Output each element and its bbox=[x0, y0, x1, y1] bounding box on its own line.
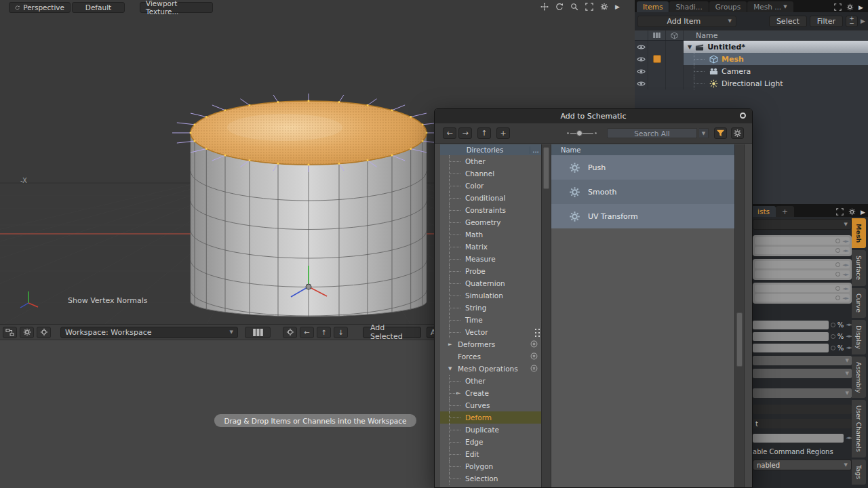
render-cell[interactable] bbox=[648, 41, 666, 53]
directory-math[interactable]: Math bbox=[440, 228, 541, 241]
collapse-arrow-icon[interactable]: ▼ bbox=[448, 366, 452, 371]
dialog-titlebar[interactable]: Add to Schematic bbox=[435, 109, 752, 123]
lock-cell[interactable] bbox=[666, 77, 684, 89]
filter-toggle-button[interactable] bbox=[714, 127, 727, 139]
result-uv-transform[interactable]: UV Transform bbox=[551, 204, 734, 228]
percent-field-row[interactable]: %◄► bbox=[753, 320, 852, 329]
props-select[interactable]: ▼ bbox=[753, 388, 852, 398]
settings-button[interactable] bbox=[731, 127, 744, 139]
directory-matrix[interactable]: Matrix bbox=[440, 241, 541, 253]
directory-forces[interactable]: Forces bbox=[440, 350, 541, 363]
gear-icon[interactable] bbox=[600, 3, 608, 11]
type-column-header[interactable] bbox=[666, 30, 684, 40]
shading-mode-button[interactable]: Default bbox=[72, 2, 125, 13]
props-tab-curve[interactable]: Curve bbox=[852, 288, 866, 318]
props-select[interactable]: ▼ bbox=[753, 369, 852, 378]
props-tab-display[interactable]: Display bbox=[852, 320, 866, 354]
pan-icon[interactable] bbox=[540, 3, 549, 11]
directory-other[interactable]: Other bbox=[440, 155, 541, 167]
gear-icon[interactable] bbox=[846, 3, 854, 11]
panel-arrow-icon[interactable]: ▶ bbox=[615, 3, 620, 10]
directories-more-button[interactable]: ... bbox=[530, 146, 541, 154]
directory-polygon[interactable]: Polygon bbox=[440, 460, 541, 472]
props-tab-tags[interactable]: Tags bbox=[852, 460, 866, 485]
forward-button[interactable]: → bbox=[458, 127, 472, 139]
directory-color[interactable]: Color bbox=[440, 180, 541, 192]
props-tab-surface[interactable]: Surface bbox=[852, 250, 866, 285]
slider-thumb[interactable] bbox=[576, 130, 583, 136]
spinner-arrows-icon[interactable]: ◄► bbox=[846, 333, 852, 339]
props-dropdown[interactable]: ▼ bbox=[753, 219, 852, 230]
enabled-select[interactable]: nabled▼ bbox=[753, 460, 852, 470]
viewport-texture-button[interactable]: Viewport Texture... bbox=[140, 2, 213, 13]
directory-deform[interactable]: Deform bbox=[440, 411, 541, 424]
directory-curves[interactable]: Curves bbox=[440, 399, 541, 411]
spinner-arrows-icon[interactable]: ◄► bbox=[846, 322, 852, 327]
schematic-settings-button[interactable] bbox=[20, 327, 34, 338]
rotate-icon[interactable] bbox=[555, 3, 564, 11]
snap-button[interactable] bbox=[283, 327, 297, 338]
directory-time[interactable]: Time bbox=[440, 314, 541, 326]
item-row-camera[interactable]: Camera bbox=[635, 65, 868, 77]
directory-vector[interactable]: Vector bbox=[440, 326, 541, 338]
props-stepper-field[interactable]: ◄► bbox=[753, 433, 852, 443]
lock-cell[interactable] bbox=[666, 65, 684, 77]
props-field-truncated[interactable]: t bbox=[753, 419, 852, 428]
visibility-cell[interactable] bbox=[635, 77, 648, 89]
visibility-cell[interactable] bbox=[635, 53, 648, 65]
lock-cell[interactable] bbox=[666, 53, 684, 65]
tab-groups[interactable]: Groups bbox=[709, 1, 747, 12]
directory-other[interactable]: Other bbox=[440, 375, 541, 387]
directory-simulation[interactable]: Simulation bbox=[440, 289, 541, 302]
lock-cell[interactable] bbox=[666, 41, 684, 53]
schematic-view-button[interactable] bbox=[3, 327, 17, 338]
zoom-icon[interactable] bbox=[570, 3, 578, 11]
back-button[interactable]: ← bbox=[443, 127, 456, 139]
maximize-icon[interactable] bbox=[585, 3, 593, 11]
pane-resize-grip[interactable] bbox=[533, 327, 542, 338]
directory-create[interactable]: ►Create bbox=[440, 387, 541, 399]
item-row-mesh[interactable]: Mesh bbox=[635, 53, 868, 65]
expand-arrow-icon[interactable]: ▼ bbox=[688, 44, 692, 50]
align-down-button[interactable]: ↓ bbox=[334, 327, 348, 338]
item-row-untitled[interactable]: ▼Untitled* bbox=[635, 41, 868, 53]
tab-items[interactable]: Items bbox=[637, 1, 669, 12]
tab-mesh[interactable]: Mesh ...▼ bbox=[747, 1, 793, 12]
add-to-schematic-dialog[interactable]: Add to Schematic ← → ↑ + Search All ▼ Di… bbox=[434, 108, 753, 488]
maximize-icon[interactable] bbox=[836, 208, 844, 216]
slider-track[interactable] bbox=[570, 133, 593, 134]
render-cell[interactable] bbox=[648, 77, 666, 89]
directory-mesh-operations[interactable]: ▼Mesh Operations bbox=[440, 363, 541, 375]
directory-string[interactable]: String bbox=[440, 302, 541, 314]
remove-filter-button[interactable] bbox=[530, 365, 538, 372]
directory-edit[interactable]: Edit bbox=[440, 448, 541, 460]
props-tab-mesh[interactable]: Mesh bbox=[852, 218, 866, 248]
directory-edge[interactable]: Edge bbox=[440, 436, 541, 448]
icon-size-slider[interactable] bbox=[567, 132, 597, 134]
visibility-column-header[interactable] bbox=[635, 30, 648, 40]
gear-icon[interactable] bbox=[848, 208, 856, 216]
results-scrollbar[interactable] bbox=[734, 144, 745, 487]
render-cell[interactable] bbox=[648, 65, 666, 77]
props-tab-user-channels[interactable]: User Channels bbox=[852, 400, 866, 458]
expand-arrow-icon[interactable]: ► bbox=[456, 390, 460, 396]
props-select[interactable]: ▼ bbox=[753, 356, 852, 365]
visibility-cell[interactable] bbox=[635, 65, 648, 77]
schematic-options-button[interactable] bbox=[37, 327, 51, 338]
result-push[interactable]: Push bbox=[551, 155, 734, 180]
view-type-button[interactable]: Perspective bbox=[9, 2, 71, 13]
scrollbar-thumb[interactable] bbox=[736, 312, 743, 367]
add-tab-button[interactable]: + bbox=[776, 206, 794, 217]
percent-field-row[interactable]: %◄► bbox=[753, 331, 852, 341]
directories-scrollbar[interactable] bbox=[541, 144, 551, 487]
value-field[interactable] bbox=[753, 434, 844, 443]
panel-arrow-icon[interactable]: ▶ bbox=[861, 209, 865, 216]
layout-columns-button[interactable] bbox=[245, 327, 271, 338]
directory-selection[interactable]: Selection bbox=[440, 472, 541, 485]
remove-filter-button[interactable] bbox=[530, 352, 538, 360]
directory-measure[interactable]: Measure bbox=[440, 253, 541, 265]
percent-field-row[interactable]: %◄► bbox=[753, 343, 852, 352]
search-input[interactable]: Search All bbox=[607, 128, 697, 138]
tab-shadi[interactable]: Shadi... bbox=[669, 1, 708, 12]
panel-arrow-icon[interactable]: ▶ bbox=[861, 18, 865, 24]
